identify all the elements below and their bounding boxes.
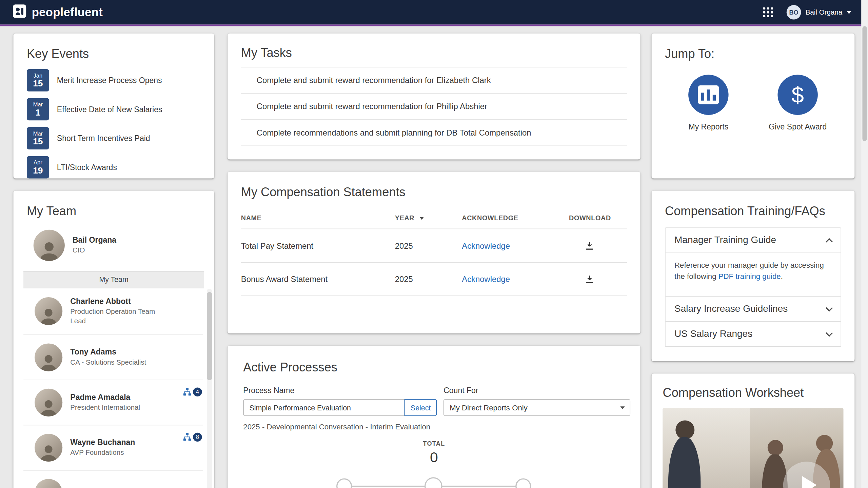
direct-reports-badge[interactable]: 8 <box>183 432 202 441</box>
process-name-input[interactable] <box>243 399 405 416</box>
my-team-title: My Team <box>27 204 201 219</box>
member-name: Tony Adams <box>70 347 146 356</box>
column-header-acknowledge: ACKNOWLEDGE <box>462 207 569 229</box>
dollar-glyph: $ <box>791 84 804 106</box>
avatar <box>35 298 62 325</box>
statement-year: 2025 <box>395 274 462 283</box>
statements-header-row: NAME YEAR ACKNOWLEDGE DOWNLOAD <box>241 207 627 229</box>
column-header-year[interactable]: YEAR <box>395 207 462 229</box>
total-label: TOTAL <box>243 440 625 447</box>
jump-to-title: Jump To: <box>665 47 841 61</box>
event-label: Short Term Incentives Paid <box>57 134 150 143</box>
accordion-section-manager-training-guide[interactable]: Manager Training Guide <box>666 228 841 252</box>
jump-item-label: My Reports <box>675 122 741 131</box>
jump-to-give-spot-award[interactable]: $ Give Spot Award <box>765 75 831 131</box>
stepper-circle[interactable] <box>336 479 352 488</box>
brand[interactable]: peoplefluent <box>12 4 103 21</box>
chevron-up-icon <box>826 238 833 245</box>
member-name: Charlene Abbott <box>70 297 159 305</box>
dollar-icon[interactable]: $ <box>777 75 817 115</box>
task-item[interactable]: Complete and submit reward recommendatio… <box>241 94 627 120</box>
event-day: 15 <box>33 137 43 146</box>
training-accordion: Manager Training Guide Reference your ma… <box>665 227 841 346</box>
task-item[interactable]: Complete recommendations and submit plan… <box>241 120 627 146</box>
manager-name: Bail Organa <box>73 235 116 244</box>
user-menu[interactable]: BO Bail Organa <box>787 5 851 20</box>
key-events-card: Key Events Jan 15 Merit Increase Process… <box>13 34 214 179</box>
page-scrollbar[interactable] <box>861 0 868 488</box>
team-member-row[interactable]: Charlene Abbott Production Operation Tea… <box>23 288 203 335</box>
chevron-down-icon <box>620 406 625 409</box>
training-faqs-card: Compensation Training/FAQs Manager Train… <box>652 191 855 361</box>
column-header-name: NAME <box>241 207 395 229</box>
team-list-scrollbar[interactable] <box>207 289 212 488</box>
play-icon <box>802 476 816 488</box>
dashboard-content: Key Events Jan 15 Merit Increase Process… <box>0 26 861 488</box>
key-event-row: Mar 15 Short Term Incentives Paid <box>27 127 201 149</box>
task-item[interactable]: Complete and submit reward recommendatio… <box>241 67 627 94</box>
count-for-label: Count For <box>443 386 630 394</box>
member-name: Wayne Buchanan <box>70 438 135 446</box>
statement-row: Total Pay Statement 2025 Acknowledge <box>241 229 627 263</box>
total-value: 0 <box>243 449 625 466</box>
pdf-training-guide-link[interactable]: PDF training guide <box>718 272 781 281</box>
accordion-label: Salary Increase Guidelines <box>674 303 788 314</box>
direct-reports-badge[interactable]: 4 <box>183 387 202 396</box>
peoplefluent-dashboard: peoplefluent BO Bail Organa Key Events <box>0 0 868 488</box>
team-member-row[interactable]: Talon Card <box>23 470 203 488</box>
avatar <box>35 388 62 416</box>
apps-grid-icon[interactable] <box>761 5 775 20</box>
accordion-section-salary-increase-guidelines[interactable]: Salary Increase Guidelines <box>666 296 841 321</box>
worksheet-video-thumbnail <box>663 408 843 488</box>
date-badge: Mar 15 <box>27 127 49 149</box>
event-month: Jan <box>34 73 43 79</box>
team-member-row[interactable]: Padme Amadala President International 4 <box>23 380 203 425</box>
scrollbar-thumb[interactable] <box>207 292 212 380</box>
key-event-row: Jan 15 Merit Increase Process Opens <box>27 69 201 92</box>
bar-chart-icon[interactable] <box>688 75 728 115</box>
process-stepper <box>243 474 625 488</box>
column-header-download: DOWNLOAD <box>569 207 627 229</box>
event-month: Apr <box>34 160 42 166</box>
download-icon[interactable] <box>584 240 627 252</box>
stepper-circle[interactable] <box>425 477 442 488</box>
select-process-button[interactable]: Select <box>405 399 437 416</box>
avatar <box>35 434 62 462</box>
team-member-row[interactable]: Tony Adams CA - Solutions Specialist <box>23 335 203 380</box>
left-column: Key Events Jan 15 Merit Increase Process… <box>13 34 214 488</box>
event-day: 1 <box>36 108 41 117</box>
jump-to-my-reports[interactable]: My Reports <box>675 75 741 131</box>
jump-to-card: Jump To: My Reports $ Give Spot Award <box>652 34 855 179</box>
chevron-down-icon <box>826 304 833 311</box>
member-role: AVP Foundations <box>70 448 135 458</box>
stepper-circle[interactable] <box>515 479 531 488</box>
date-badge: Jan 15 <box>27 69 49 92</box>
accordion-section-us-salary-ranges[interactable]: US Salary Ranges <box>666 321 841 346</box>
middle-column: My Tasks Complete and submit reward reco… <box>228 34 640 488</box>
chevron-down-icon <box>847 11 851 14</box>
acknowledge-link[interactable]: Acknowledge <box>462 274 569 283</box>
team-manager-row[interactable]: Bail Organa CIO <box>13 219 214 271</box>
compensation-worksheet-card: Compensation Worksheet <box>652 373 855 488</box>
active-processes-card: Active Processes Process Name Select Cou… <box>228 346 640 488</box>
statements-table: NAME YEAR ACKNOWLEDGE DOWNLOAD Total Pay… <box>241 207 627 296</box>
jump-item-label: Give Spot Award <box>765 122 831 131</box>
avatar <box>34 230 65 261</box>
report-count-badge: 4 <box>193 387 202 396</box>
team-member-row[interactable]: Wayne Buchanan AVP Foundations 8 <box>23 425 203 470</box>
event-day: 19 <box>33 166 43 175</box>
acknowledge-link[interactable]: Acknowledge <box>462 241 569 250</box>
download-icon[interactable] <box>584 273 627 285</box>
active-processes-form: Process Name Select Count For My Direct … <box>243 386 625 416</box>
event-month: Mar <box>33 130 43 137</box>
manager-role: CIO <box>73 246 116 256</box>
year-filter-caret-icon[interactable] <box>419 217 424 219</box>
accordion-label: Manager Training Guide <box>674 235 776 246</box>
worksheet-title: Compensation Worksheet <box>663 386 843 400</box>
year-header-label: YEAR <box>395 214 415 222</box>
count-for-select[interactable]: My Direct Reports Only <box>443 399 630 416</box>
scrollbar-thumb[interactable] <box>862 26 867 141</box>
user-name: Bail Organa <box>806 8 843 16</box>
user-avatar: BO <box>787 5 801 20</box>
event-label: Effective Date of New Salaries <box>57 105 162 114</box>
